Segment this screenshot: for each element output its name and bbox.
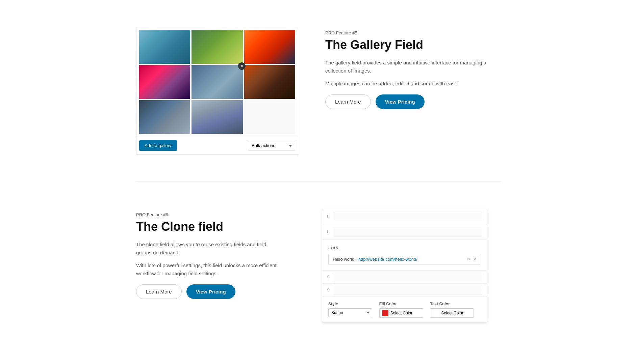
clone-btn-row: Learn More View Pricing <box>136 284 281 299</box>
gallery-image-5-selected[interactable]: × <box>192 65 243 99</box>
link-section: Link Hello world! http://website.com/hel… <box>322 240 487 271</box>
fill-color-swatch <box>382 310 388 316</box>
fill-color-label: Fill Color <box>379 302 430 306</box>
gallery-learn-more-button[interactable]: Learn More <box>325 94 371 109</box>
style-option-group: Style Button <box>328 302 379 318</box>
clone-field-info: PRO Feature #6 The Clone field The clone… <box>136 209 281 299</box>
gallery-pro-label: PRO Feature #5 <box>325 30 501 35</box>
link-text: Hello world! <box>333 257 356 262</box>
clone-ui-row-partial-2: L <box>322 224 487 240</box>
gallery-grid: × <box>136 27 298 137</box>
clone-desc-2: With lots of powerful settings, this fie… <box>136 261 281 278</box>
text-color-picker-button[interactable]: Select Color <box>430 308 474 318</box>
gallery-demo: × Add to gallery Bulk actions <box>136 27 298 155</box>
text-color-btn-label: Select Color <box>441 311 463 315</box>
gallery-remove-icon[interactable]: × <box>238 62 246 70</box>
gallery-view-pricing-button[interactable]: View Pricing <box>376 94 425 109</box>
gallery-image-3[interactable] <box>244 30 295 64</box>
section-divider <box>136 181 501 182</box>
link-close-icon[interactable]: ✕ <box>473 257 477 262</box>
fill-color-group: Fill Color Select Color <box>379 302 430 318</box>
link-options: Style Button Fill Color Select Color <box>322 297 487 323</box>
gallery-image-1[interactable] <box>139 30 190 64</box>
add-to-gallery-button[interactable]: Add to gallery <box>139 140 177 151</box>
gallery-field-info: PRO Feature #5 The Gallery Field The gal… <box>325 27 501 109</box>
style-label: Style <box>328 302 379 306</box>
clone-ui-row-s1: S <box>322 271 487 284</box>
fill-color-picker-button[interactable]: Select Color <box>379 308 423 318</box>
clone-ui-row-s2: S <box>322 284 487 297</box>
link-value-box: Hello world! http://website.com/hello-wo… <box>328 254 481 265</box>
link-label: Link <box>328 245 481 250</box>
gallery-desc-2: Multiple images can be added, edited and… <box>325 80 501 88</box>
clone-feature-title: The Clone field <box>136 219 281 234</box>
link-actions: ✏ ✕ <box>467 257 477 262</box>
link-url[interactable]: http://website.com/hello-world/ <box>358 257 417 262</box>
gallery-image-2[interactable] <box>192 30 243 64</box>
clone-pro-label: PRO Feature #6 <box>136 212 281 217</box>
text-color-swatch <box>433 310 439 316</box>
clone-desc-1: The clone field allows you to reuse exis… <box>136 241 281 257</box>
bulk-actions-select[interactable]: Bulk actions <box>248 141 295 150</box>
clone-ui-panel: L L Link Hello world! http://website.com… <box>322 209 487 323</box>
clone-demo: L L Link Hello world! http://website.com… <box>308 209 501 323</box>
section-gallery-field: × Add to gallery Bulk actions PRO Featur… <box>136 13 501 175</box>
fill-color-btn-label: Select Color <box>390 311 412 315</box>
section-clone-field: PRO Feature #6 The Clone field The clone… <box>136 189 501 336</box>
gallery-image-6[interactable] <box>244 65 295 99</box>
gallery-feature-title: The Gallery Field <box>325 37 501 52</box>
text-color-label: Text Color <box>430 302 481 306</box>
gallery-btn-row: Learn More View Pricing <box>325 94 501 109</box>
text-color-group: Text Color Select Color <box>430 302 481 318</box>
clone-view-pricing-button[interactable]: View Pricing <box>186 284 235 299</box>
link-edit-icon[interactable]: ✏ <box>467 257 471 262</box>
gallery-image-8[interactable] <box>192 100 243 134</box>
gallery-image-4[interactable] <box>139 65 190 99</box>
style-select[interactable]: Button <box>328 308 372 317</box>
gallery-image-empty <box>244 100 295 134</box>
gallery-desc-1: The gallery field provides a simple and … <box>325 59 501 75</box>
gallery-image-7[interactable] <box>139 100 190 134</box>
gallery-controls: Add to gallery Bulk actions <box>136 137 298 155</box>
clone-ui-row-partial-1: L <box>322 209 487 224</box>
clone-learn-more-button[interactable]: Learn More <box>136 284 182 299</box>
